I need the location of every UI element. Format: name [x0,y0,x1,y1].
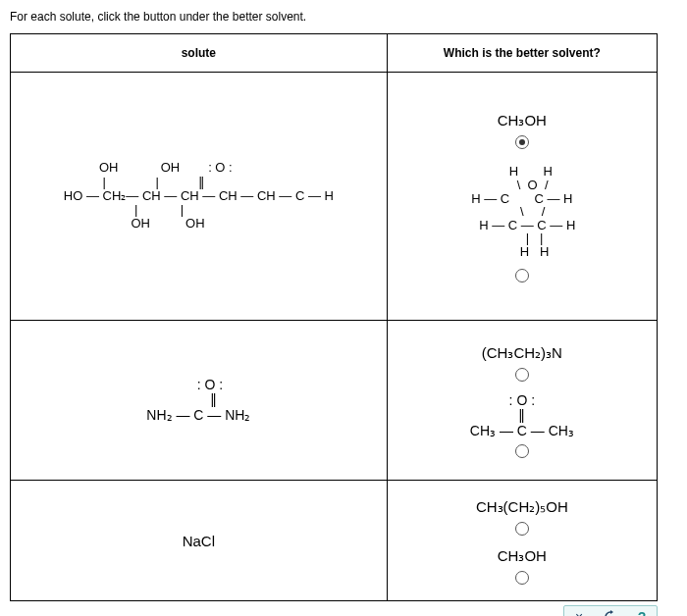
solvent-cell-1: CH₃OH H H \ O / H — C C — H \ / H — C — … [387,73,657,321]
reset-icon[interactable] [604,610,617,616]
header-solute: solute [11,34,388,73]
solvent-2a-radio[interactable] [515,368,529,382]
solvent-2b-radio[interactable] [515,444,529,458]
urea-structure: : O : ‖ NH₂ — C — NH₂ [146,378,250,423]
acetone-structure: : O : ‖ CH₃ — C — CH₃ [470,393,574,438]
solvent-1a-label: CH₃OH [396,112,649,129]
help-icon[interactable]: ? [635,610,649,616]
solvent-3a-radio[interactable] [515,522,529,536]
solvent-3a-label: CH₃(CH₂)₅OH [396,498,649,516]
solute-cell-1: OH OH : O : | | ‖ HO — CH₂— CH — CH — CH… [11,73,388,321]
solvent-cell-2: (CH₃CH₂)₃N : O : ‖ CH₃ — C — CH₃ [387,321,657,481]
solvent-1b-radio[interactable] [515,269,529,282]
furan-structure: H H \ O / H — C C — H \ / H — C — C — H … [468,165,575,258]
solvent-3b-radio[interactable] [515,571,529,585]
button-box: × ? [563,605,658,616]
solvent-2a-label: (CH₃CH₂)₃N [396,344,649,362]
solute-cell-3: NaCl [11,481,388,601]
solvent-1a-radio[interactable] [515,135,529,149]
close-icon[interactable]: × [572,610,586,616]
header-solvent: Which is the better solvent? [387,34,657,73]
solvent-cell-3: CH₃(CH₂)₅OH CH₃OH [387,481,657,601]
solute-solvent-table: solute Which is the better solvent? OH O… [10,33,658,601]
glucose-structure: OH OH : O : | | ‖ HO — CH₂— CH — CH — CH… [64,161,334,231]
solvent-3b-label: CH₃OH [396,547,649,565]
solute-cell-2: : O : ‖ NH₂ — C — NH₂ [11,321,388,481]
instruction-text: For each solute, click the button under … [10,10,677,24]
nacl-label: NaCl [19,533,379,549]
bottom-toolbar: × ? [10,605,658,616]
